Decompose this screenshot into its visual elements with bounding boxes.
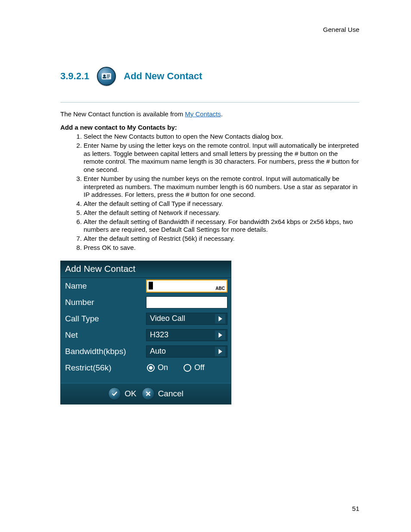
steps-list: Select the New Contacts button to open t… <box>75 133 359 252</box>
svg-rect-5 <box>107 78 109 78</box>
bandwidth-value: Auto <box>150 347 166 356</box>
my-contacts-link[interactable]: My Contacts <box>185 110 221 118</box>
row-name: Name ABC <box>61 278 231 294</box>
bandwidth-select[interactable]: Auto <box>146 345 227 358</box>
section-title: Add New Contact <box>124 71 202 82</box>
row-number: Number <box>61 294 231 311</box>
step-item: Enter Name by using the letter keys on t… <box>84 142 359 174</box>
restrict-off-label: Off <box>194 363 205 372</box>
intro-text-prefix: The New Contact function is available fr… <box>60 110 185 118</box>
steps-heading: Add a new contact to My Contacts by: <box>60 124 359 131</box>
radio-icon <box>184 364 191 372</box>
row-call-type: Call Type Video Call <box>61 311 231 327</box>
running-header: General Use <box>323 26 359 33</box>
name-input[interactable]: ABC <box>146 280 227 292</box>
bandwidth-label: Bandwidth(kbps) <box>61 347 146 356</box>
dialog-gap <box>61 376 231 383</box>
net-select[interactable]: H323 <box>146 329 227 341</box>
cancel-button[interactable]: Cancel <box>142 387 184 400</box>
net-label: Net <box>61 330 146 340</box>
chevron-right-icon <box>215 330 225 340</box>
row-restrict: Restrict(56k) On Off <box>61 360 231 376</box>
chevron-right-icon <box>215 314 225 324</box>
step-item: Alter the default setting of Network if … <box>84 209 359 217</box>
svg-marker-7 <box>218 333 222 338</box>
step-item: Enter Number by using the number keys on… <box>84 175 359 199</box>
intro-text-suffix: . <box>221 110 223 118</box>
svg-marker-8 <box>218 349 222 354</box>
restrict-on-option[interactable]: On <box>147 363 168 372</box>
section-heading: 3.9.2.1 Add New Contact <box>60 67 359 86</box>
row-net: Net H323 <box>61 327 231 343</box>
number-input[interactable] <box>146 296 227 308</box>
call-type-value: Video Call <box>150 314 185 323</box>
name-label: Name <box>61 281 146 291</box>
call-type-label: Call Type <box>61 314 146 324</box>
close-icon <box>142 387 155 400</box>
radio-icon <box>147 364 155 372</box>
section-number: 3.9.2.1 <box>60 71 89 82</box>
intro-paragraph: The New Contact function is available fr… <box>60 110 359 118</box>
dialog-footer: OK Cancel <box>61 383 231 404</box>
step-item: Select the New Contacts button to open t… <box>84 133 359 141</box>
dialog-title: Add New Contact <box>61 261 231 278</box>
text-cursor <box>149 282 153 289</box>
ok-button[interactable]: OK <box>108 387 136 400</box>
ok-label: OK <box>125 389 136 398</box>
net-value: H323 <box>150 330 168 339</box>
svg-point-1 <box>103 75 106 77</box>
add-new-contact-dialog: Add New Contact Name ABC Number Call Ty <box>60 261 231 404</box>
svg-rect-3 <box>107 75 110 75</box>
page-number: 51 <box>352 505 359 512</box>
input-mode-indicator: ABC <box>215 286 225 291</box>
contact-card-icon <box>97 67 116 86</box>
chevron-right-icon <box>215 347 225 356</box>
svg-marker-6 <box>218 316 222 321</box>
step-item: Alter the default setting of Call Type i… <box>84 200 359 208</box>
step-item: Press OK to save. <box>84 244 359 252</box>
cancel-label: Cancel <box>158 389 184 398</box>
row-bandwidth: Bandwidth(kbps) Auto <box>61 343 231 360</box>
call-type-select[interactable]: Video Call <box>146 313 227 325</box>
svg-rect-2 <box>103 77 106 78</box>
step-item: Alter the default setting of Restrict (5… <box>84 235 359 243</box>
divider <box>60 102 359 103</box>
step-item: Alter the default setting of Bandwidth i… <box>84 218 359 234</box>
restrict-label: Restrict(56k) <box>61 363 146 373</box>
check-icon <box>108 387 121 400</box>
number-label: Number <box>61 298 146 307</box>
dialog-body: Name ABC Number Call Type Vi <box>61 278 231 383</box>
restrict-off-option[interactable]: Off <box>184 363 205 372</box>
restrict-on-label: On <box>158 363 168 372</box>
svg-rect-4 <box>107 76 110 77</box>
manual-page: General Use 3.9.2.1 Add New Contact The … <box>0 0 411 532</box>
